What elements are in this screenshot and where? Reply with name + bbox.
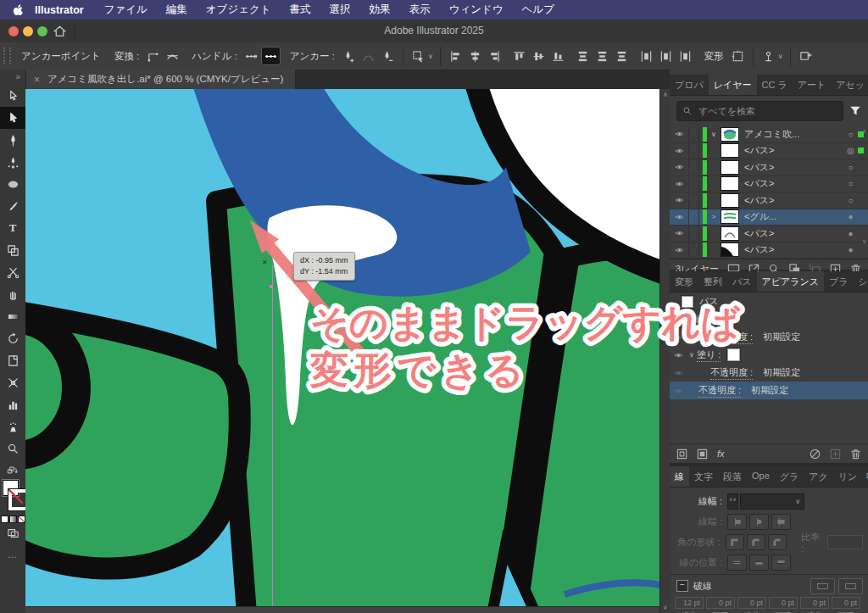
- layer-name[interactable]: <パス>: [744, 194, 844, 207]
- dash-value-input[interactable]: 0 pt: [706, 597, 735, 609]
- lock-cell[interactable]: [689, 242, 699, 259]
- round-join-button[interactable]: [747, 534, 765, 550]
- layer-row[interactable]: <パス>○: [670, 159, 868, 176]
- distribute-top-button[interactable]: [573, 47, 593, 65]
- layer-row[interactable]: <パス>●: [670, 242, 868, 259]
- panel-menu-icon[interactable]: ≡: [862, 466, 868, 487]
- layer-name[interactable]: <パス>: [744, 161, 844, 174]
- shape-builder-tool[interactable]: [0, 371, 25, 393]
- draw-mode-icon[interactable]: [0, 527, 25, 539]
- puppet-warp-button[interactable]: [759, 47, 778, 65]
- target-circle-icon[interactable]: ●: [844, 245, 857, 254]
- horizontal-scrollbar[interactable]: [25, 606, 659, 613]
- layer-row[interactable]: <パス>●: [670, 226, 868, 242]
- expand-tools-icon[interactable]: »: [0, 70, 25, 85]
- layer-row[interactable]: ∨アメコミ吹...○: [670, 126, 868, 143]
- lock-cell[interactable]: [689, 209, 699, 226]
- lock-cell[interactable]: [689, 192, 699, 209]
- cut-path-button[interactable]: [359, 47, 378, 65]
- layer-thumbnail[interactable]: [721, 209, 739, 224]
- dash-value-input[interactable]: 0 pt: [737, 597, 766, 609]
- layer-thumbnail[interactable]: [721, 242, 739, 257]
- dash-value-input[interactable]: 0 pt: [800, 597, 829, 609]
- add-fill-icon[interactable]: [696, 448, 709, 460]
- align-right-button[interactable]: [485, 47, 504, 65]
- layer-thumbnail[interactable]: [721, 143, 739, 158]
- window-title-bar[interactable]: Adobe Illustrator 2025: [0, 20, 868, 43]
- align-bottom-button[interactable]: [548, 47, 568, 65]
- layer-row[interactable]: <パス>○: [670, 176, 868, 193]
- lock-cell[interactable]: [689, 159, 699, 176]
- fill-white-swatch[interactable]: [727, 348, 740, 361]
- menu-item[interactable]: ヘルプ: [513, 3, 564, 17]
- layer-thumbnail[interactable]: [721, 160, 739, 175]
- tab-3[interactable]: パス: [727, 271, 757, 292]
- fill-label[interactable]: 塗り :: [697, 348, 721, 362]
- layer-name[interactable]: アメコミ吹...: [744, 128, 844, 141]
- visibility-eye-icon[interactable]: [670, 226, 689, 242]
- target-circle-icon[interactable]: ○: [844, 196, 857, 205]
- menu-app-name[interactable]: Illustrator: [33, 4, 95, 16]
- duplicate-item-icon[interactable]: [829, 448, 842, 460]
- tab-2[interactable]: 整列: [698, 271, 727, 292]
- target-circle-icon[interactable]: ○: [844, 130, 857, 139]
- bevel-join-button[interactable]: [768, 534, 787, 550]
- menu-item[interactable]: ファイル: [95, 3, 157, 17]
- artboard-options-button[interactable]: [796, 47, 815, 65]
- visibility-eye-icon[interactable]: [670, 159, 689, 176]
- stroke-none-swatch[interactable]: [718, 313, 731, 326]
- opacity-label[interactable]: 不透明度 :: [698, 384, 741, 398]
- tab-4[interactable]: アピアランス: [757, 271, 825, 292]
- layer-name[interactable]: <パス>: [744, 177, 844, 190]
- filter-funnel-icon[interactable]: [849, 105, 861, 117]
- dashed-line-label[interactable]: 破線: [693, 580, 712, 593]
- ellipse-tool[interactable]: [0, 173, 25, 195]
- visibility-eye-icon[interactable]: [670, 143, 689, 159]
- expand-chevron-icon[interactable]: >: [707, 213, 721, 220]
- add-anchor-button[interactable]: [339, 47, 359, 65]
- layer-thumbnail[interactable]: [721, 176, 739, 191]
- tab-5[interactable]: アセッ: [831, 75, 868, 95]
- align-dash-button[interactable]: [838, 578, 863, 594]
- distribute-hcenter-button[interactable]: [656, 47, 676, 65]
- gradient-mode-button[interactable]: [9, 515, 17, 523]
- align-middle-button[interactable]: [529, 47, 548, 65]
- delete-item-icon[interactable]: [849, 448, 862, 460]
- visibility-eye-icon[interactable]: [670, 209, 689, 226]
- round-cap-button[interactable]: [749, 514, 769, 530]
- add-effect-button[interactable]: fx: [717, 449, 725, 459]
- opacity-label[interactable]: 不透明度 :: [710, 331, 753, 344]
- dashed-line-checkbox[interactable]: −: [676, 580, 688, 592]
- distribute-right-button[interactable]: [676, 47, 695, 65]
- visibility-eye-icon[interactable]: [670, 242, 689, 259]
- lock-cell[interactable]: [689, 226, 699, 242]
- search-input[interactable]: [697, 105, 837, 117]
- dash-value-input[interactable]: 0 pt: [769, 597, 798, 609]
- free-transform-button[interactable]: [728, 47, 748, 65]
- align-left-button[interactable]: [446, 47, 465, 65]
- expand-chevron-icon[interactable]: ∨: [687, 351, 697, 359]
- apple-logo-icon[interactable]: [12, 3, 25, 16]
- document-tab[interactable]: × アメコミ風吹き出し.ai* @ 600 % (CMYK/プレビュー): [25, 70, 296, 89]
- layer-thumbnail[interactable]: [721, 226, 739, 241]
- opacity-label[interactable]: 不透明度 :: [710, 366, 753, 380]
- layer-name[interactable]: <パス>: [744, 243, 844, 256]
- tab-3[interactable]: 段落: [718, 466, 747, 487]
- fill-attribute-row[interactable]: ∨ 塗り :: [670, 346, 868, 364]
- tab-4[interactable]: Ope: [747, 466, 775, 487]
- miter-join-button[interactable]: [726, 534, 744, 550]
- weight-dropdown[interactable]: ∨: [740, 493, 804, 510]
- visibility-eye-icon[interactable]: [670, 333, 687, 342]
- selection-tool[interactable]: [0, 85, 25, 107]
- layer-name[interactable]: <パス>: [744, 227, 844, 240]
- tab-5[interactable]: グラ: [775, 466, 804, 487]
- lock-cell[interactable]: [689, 143, 699, 159]
- lock-cell[interactable]: [689, 176, 699, 192]
- lock-cell[interactable]: [689, 126, 699, 142]
- panel-grip[interactable]: [3, 47, 11, 64]
- artboard-tool[interactable]: [0, 349, 25, 371]
- tab-4[interactable]: アート: [793, 75, 832, 95]
- convert-to-corner-button[interactable]: [143, 47, 163, 65]
- select-similar-button[interactable]: [409, 47, 428, 65]
- layer-name[interactable]: <グル...: [744, 210, 844, 223]
